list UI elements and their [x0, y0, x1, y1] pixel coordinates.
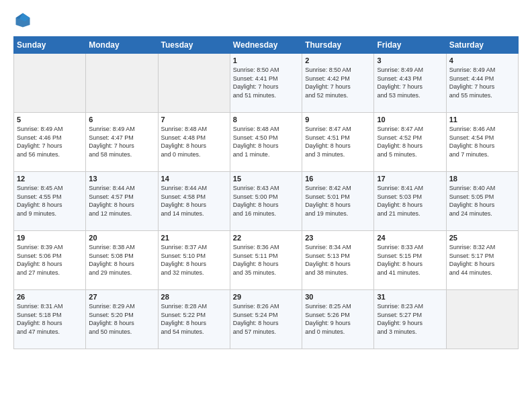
calendar-cell: 26Sunrise: 8:31 AM Sunset: 5:18 PM Dayli…	[14, 290, 86, 349]
calendar-cell	[158, 54, 230, 113]
weekday-monday: Monday	[86, 37, 158, 54]
day-number: 20	[89, 234, 154, 242]
day-info: Sunrise: 8:37 AM Sunset: 5:10 PM Dayligh…	[161, 243, 227, 277]
calendar-cell: 1Sunrise: 8:50 AM Sunset: 4:41 PM Daylig…	[230, 54, 302, 113]
calendar-week-3: 12Sunrise: 8:45 AM Sunset: 4:55 PM Dayli…	[14, 172, 519, 231]
day-info: Sunrise: 8:49 AM Sunset: 4:43 PM Dayligh…	[377, 66, 443, 99]
calendar-cell: 7Sunrise: 8:48 AM Sunset: 4:48 PM Daylig…	[158, 113, 230, 172]
day-number: 22	[233, 234, 299, 242]
day-info: Sunrise: 8:48 AM Sunset: 4:48 PM Dayligh…	[161, 125, 227, 158]
day-number: 6	[89, 116, 154, 124]
day-info: Sunrise: 8:38 AM Sunset: 5:08 PM Dayligh…	[89, 243, 154, 277]
day-info: Sunrise: 8:50 AM Sunset: 4:42 PM Dayligh…	[305, 66, 371, 99]
calendar-cell: 2Sunrise: 8:50 AM Sunset: 4:42 PM Daylig…	[302, 54, 374, 113]
calendar-cell: 30Sunrise: 8:25 AM Sunset: 5:26 PM Dayli…	[302, 290, 374, 349]
day-number: 17	[377, 175, 443, 183]
weekday-saturday: Saturday	[446, 37, 518, 54]
calendar-cell: 10Sunrise: 8:47 AM Sunset: 4:52 PM Dayli…	[374, 113, 446, 172]
calendar-cell: 19Sunrise: 8:39 AM Sunset: 5:06 PM Dayli…	[14, 231, 86, 290]
calendar-cell: 6Sunrise: 8:49 AM Sunset: 4:47 PM Daylig…	[86, 113, 158, 172]
calendar-cell: 4Sunrise: 8:49 AM Sunset: 4:44 PM Daylig…	[446, 54, 518, 113]
calendar-cell: 15Sunrise: 8:43 AM Sunset: 5:00 PM Dayli…	[230, 172, 302, 231]
day-number: 16	[305, 175, 371, 183]
day-info: Sunrise: 8:29 AM Sunset: 5:20 PM Dayligh…	[89, 302, 154, 336]
day-number: 12	[17, 175, 83, 183]
calendar-cell	[86, 54, 158, 113]
day-number: 29	[233, 293, 299, 301]
calendar-week-5: 26Sunrise: 8:31 AM Sunset: 5:18 PM Dayli…	[14, 290, 519, 349]
calendar-cell: 21Sunrise: 8:37 AM Sunset: 5:10 PM Dayli…	[158, 231, 230, 290]
calendar-cell: 3Sunrise: 8:49 AM Sunset: 4:43 PM Daylig…	[374, 54, 446, 113]
day-number: 21	[161, 234, 227, 242]
day-number: 14	[161, 175, 227, 183]
day-info: Sunrise: 8:44 AM Sunset: 4:57 PM Dayligh…	[89, 184, 154, 218]
day-number: 18	[449, 175, 515, 183]
calendar-cell: 12Sunrise: 8:45 AM Sunset: 4:55 PM Dayli…	[14, 172, 86, 231]
day-info: Sunrise: 8:41 AM Sunset: 5:03 PM Dayligh…	[377, 184, 443, 218]
calendar-cell: 20Sunrise: 8:38 AM Sunset: 5:08 PM Dayli…	[86, 231, 158, 290]
day-number: 19	[17, 234, 83, 242]
day-info: Sunrise: 8:36 AM Sunset: 5:11 PM Dayligh…	[233, 243, 299, 277]
day-number: 8	[233, 116, 299, 124]
day-info: Sunrise: 8:49 AM Sunset: 4:47 PM Dayligh…	[89, 125, 154, 158]
day-number: 9	[305, 116, 371, 124]
day-info: Sunrise: 8:26 AM Sunset: 5:24 PM Dayligh…	[233, 302, 299, 336]
day-number: 28	[161, 293, 227, 301]
calendar-cell: 13Sunrise: 8:44 AM Sunset: 4:57 PM Dayli…	[86, 172, 158, 231]
calendar-cell: 17Sunrise: 8:41 AM Sunset: 5:03 PM Dayli…	[374, 172, 446, 231]
day-number: 7	[161, 116, 227, 124]
day-info: Sunrise: 8:34 AM Sunset: 5:13 PM Dayligh…	[305, 243, 371, 277]
day-info: Sunrise: 8:28 AM Sunset: 5:22 PM Dayligh…	[161, 302, 227, 336]
day-info: Sunrise: 8:43 AM Sunset: 5:00 PM Dayligh…	[233, 184, 299, 218]
day-info: Sunrise: 8:49 AM Sunset: 4:46 PM Dayligh…	[17, 125, 83, 158]
logo-icon	[13, 11, 32, 30]
day-number: 26	[17, 293, 83, 301]
day-info: Sunrise: 8:50 AM Sunset: 4:41 PM Dayligh…	[233, 66, 299, 99]
day-info: Sunrise: 8:40 AM Sunset: 5:05 PM Dayligh…	[449, 184, 515, 218]
day-number: 15	[233, 175, 299, 183]
calendar-cell	[14, 54, 86, 113]
calendar-cell: 24Sunrise: 8:33 AM Sunset: 5:15 PM Dayli…	[374, 231, 446, 290]
calendar-cell: 9Sunrise: 8:47 AM Sunset: 4:51 PM Daylig…	[302, 113, 374, 172]
calendar-week-1: 1Sunrise: 8:50 AM Sunset: 4:41 PM Daylig…	[14, 54, 519, 113]
calendar: SundayMondayTuesdayWednesdayThursdayFrid…	[13, 36, 519, 349]
day-number: 10	[377, 116, 443, 124]
calendar-cell: 16Sunrise: 8:42 AM Sunset: 5:01 PM Dayli…	[302, 172, 374, 231]
calendar-cell: 22Sunrise: 8:36 AM Sunset: 5:11 PM Dayli…	[230, 231, 302, 290]
logo	[13, 11, 35, 30]
day-number: 4	[449, 56, 515, 64]
calendar-cell: 11Sunrise: 8:46 AM Sunset: 4:54 PM Dayli…	[446, 113, 518, 172]
day-number: 31	[377, 293, 443, 301]
day-number: 13	[89, 175, 154, 183]
day-info: Sunrise: 8:25 AM Sunset: 5:26 PM Dayligh…	[305, 302, 371, 336]
page: SundayMondayTuesdayWednesdayThursdayFrid…	[0, 0, 532, 411]
calendar-cell	[446, 290, 518, 349]
day-info: Sunrise: 8:31 AM Sunset: 5:18 PM Dayligh…	[17, 302, 83, 336]
day-info: Sunrise: 8:49 AM Sunset: 4:44 PM Dayligh…	[449, 66, 515, 99]
day-number: 2	[305, 56, 371, 64]
calendar-cell: 31Sunrise: 8:23 AM Sunset: 5:27 PM Dayli…	[374, 290, 446, 349]
calendar-week-4: 19Sunrise: 8:39 AM Sunset: 5:06 PM Dayli…	[14, 231, 519, 290]
day-info: Sunrise: 8:39 AM Sunset: 5:06 PM Dayligh…	[17, 243, 83, 277]
day-info: Sunrise: 8:48 AM Sunset: 4:50 PM Dayligh…	[233, 125, 299, 158]
weekday-friday: Friday	[374, 37, 446, 54]
day-number: 5	[17, 116, 83, 124]
calendar-cell: 18Sunrise: 8:40 AM Sunset: 5:05 PM Dayli…	[446, 172, 518, 231]
day-info: Sunrise: 8:46 AM Sunset: 4:54 PM Dayligh…	[449, 125, 515, 158]
day-info: Sunrise: 8:44 AM Sunset: 4:58 PM Dayligh…	[161, 184, 227, 218]
calendar-week-2: 5Sunrise: 8:49 AM Sunset: 4:46 PM Daylig…	[14, 113, 519, 172]
calendar-cell: 27Sunrise: 8:29 AM Sunset: 5:20 PM Dayli…	[86, 290, 158, 349]
calendar-cell: 5Sunrise: 8:49 AM Sunset: 4:46 PM Daylig…	[14, 113, 86, 172]
day-number: 3	[377, 56, 443, 64]
day-info: Sunrise: 8:42 AM Sunset: 5:01 PM Dayligh…	[305, 184, 371, 218]
weekday-header-row: SundayMondayTuesdayWednesdayThursdayFrid…	[14, 37, 519, 54]
calendar-cell: 8Sunrise: 8:48 AM Sunset: 4:50 PM Daylig…	[230, 113, 302, 172]
calendar-cell: 29Sunrise: 8:26 AM Sunset: 5:24 PM Dayli…	[230, 290, 302, 349]
weekday-tuesday: Tuesday	[158, 37, 230, 54]
day-info: Sunrise: 8:33 AM Sunset: 5:15 PM Dayligh…	[377, 243, 443, 277]
day-number: 27	[89, 293, 154, 301]
calendar-cell: 25Sunrise: 8:32 AM Sunset: 5:17 PM Dayli…	[446, 231, 518, 290]
header	[13, 11, 519, 30]
day-info: Sunrise: 8:32 AM Sunset: 5:17 PM Dayligh…	[449, 243, 515, 277]
weekday-thursday: Thursday	[302, 37, 374, 54]
